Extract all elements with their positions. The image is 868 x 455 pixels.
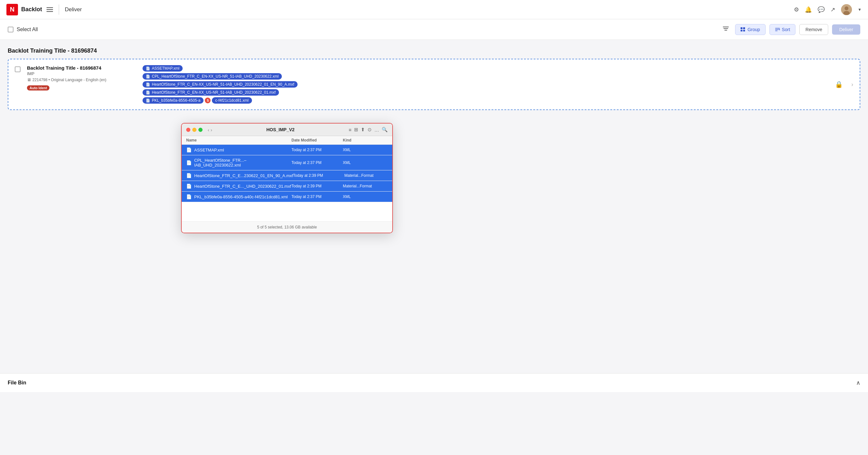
app-logo: N bbox=[6, 4, 18, 15]
finder-controls: ≡ ⊞ ⬆ ⊙ … 🔍 bbox=[349, 127, 388, 132]
finder-date: Today at 2:37 PM bbox=[291, 160, 343, 165]
finder-table-header: Name Date Modified Kind bbox=[182, 136, 392, 145]
gear-icon[interactable]: ⚙ bbox=[794, 6, 799, 13]
file-icon: 📄 bbox=[186, 160, 192, 165]
avatar-chevron[interactable]: ▼ bbox=[858, 7, 862, 12]
col-kind: Kind bbox=[343, 138, 388, 142]
header-divider bbox=[59, 4, 59, 15]
finder-date: Today at 2:37 PM bbox=[291, 148, 343, 152]
card-title: Backlot Training Title - 81696874 bbox=[27, 65, 136, 71]
finder-titlebar: ‹ › HOS_IMP_V2 ≡ ⊞ ⬆ ⊙ … 🔍 bbox=[182, 124, 392, 136]
finder-kind: XML bbox=[343, 148, 388, 152]
file-tag-mxf1: 📄 HeartOfStone_FTR_C_EN-XX_US-NR_51-IAB_… bbox=[143, 81, 298, 88]
maximize-button[interactable] bbox=[198, 128, 203, 132]
pkl-row: 📄 PKL_b35bfe0a-8556-4505-a 5 c-f4f21c1dc… bbox=[143, 97, 853, 104]
file-icon: 📄 bbox=[186, 147, 192, 153]
auto-ident-badge: Auto Ident bbox=[27, 85, 50, 91]
search-button[interactable]: 🔍 bbox=[382, 127, 388, 132]
header-section: Deliver bbox=[65, 6, 82, 13]
close-button[interactable] bbox=[186, 128, 190, 132]
back-button[interactable]: ‹ bbox=[208, 127, 209, 132]
finder-kind: XML bbox=[343, 194, 388, 199]
header-right: ⚙ 🔔 💬 ↗ ▼ bbox=[794, 4, 862, 15]
toolbar-right: Group Sort Remove Deliver bbox=[720, 24, 860, 35]
svg-rect-9 bbox=[743, 30, 745, 31]
card-checkbox[interactable] bbox=[15, 66, 21, 72]
finder-file-name: 📄 HeartOfStone_FTR_C_E..._UHD_20230622_0… bbox=[186, 184, 291, 189]
app-header: N Backlot Deliver ⚙ 🔔 💬 ↗ ▼ bbox=[0, 0, 868, 19]
lock-icon: 🔒 bbox=[835, 80, 843, 88]
share-button[interactable]: ⬆ bbox=[361, 127, 365, 132]
select-all-label: Select All bbox=[17, 27, 38, 32]
file-icon: 📄 bbox=[146, 98, 150, 103]
card-meta: 🖥 2214798 • Original Language - English … bbox=[27, 77, 136, 82]
filter-button[interactable] bbox=[720, 24, 731, 35]
col-date: Date Modified bbox=[291, 138, 343, 142]
svg-rect-7 bbox=[743, 27, 745, 29]
deliver-button[interactable]: Deliver bbox=[832, 24, 860, 35]
finder-kind: Material...Format bbox=[344, 173, 390, 178]
file-icon: 📄 bbox=[146, 66, 150, 71]
pkl-count-badge: 5 bbox=[205, 98, 211, 103]
file-icon: 📄 bbox=[186, 173, 192, 178]
avatar[interactable] bbox=[841, 4, 852, 15]
finder-row[interactable]: 📄 CPL_HeartOfStone_FTR...–IAB_UHD_202306… bbox=[182, 155, 392, 170]
finder-file-name: 📄 PKL_b35bfe0a-8556-4505-a40c-f4f21c1dcd… bbox=[186, 194, 291, 199]
finder-date: Today at 2:37 PM bbox=[291, 194, 343, 199]
hamburger-menu[interactable] bbox=[46, 7, 53, 12]
sort-button[interactable]: Sort bbox=[770, 24, 796, 35]
file-bin: File Bin ∧ bbox=[0, 373, 868, 392]
minimize-button[interactable] bbox=[192, 128, 196, 132]
file-bin-title: File Bin bbox=[8, 380, 26, 386]
finder-window: ‹ › HOS_IMP_V2 ≡ ⊞ ⬆ ⊙ … 🔍 Name Date Mod… bbox=[181, 123, 393, 233]
monitor-icon: 🖥 bbox=[27, 77, 31, 82]
finder-kind: XML bbox=[343, 160, 388, 165]
finder-title: HOS_IMP_V2 bbox=[267, 127, 295, 132]
traffic-lights bbox=[186, 128, 203, 132]
asset-card: Backlot Training Title - 81696874 IMP 🖥 … bbox=[8, 59, 860, 110]
finder-nav: ‹ › bbox=[208, 127, 212, 132]
list-view-button[interactable]: ≡ bbox=[349, 127, 351, 132]
file-icon: 📄 bbox=[146, 74, 150, 78]
card-type: IMP bbox=[27, 71, 136, 76]
finder-row[interactable]: 📄 HeartOfStone_FTR_C_E...230622_01_EN_90… bbox=[182, 170, 392, 181]
select-all-wrap[interactable]: Select All bbox=[8, 27, 38, 32]
grid-view-button[interactable]: ⊞ bbox=[354, 127, 358, 132]
finder-date: Today at 2:39 PM bbox=[293, 173, 344, 178]
file-tag-assetmap: 📄 ASSETMAP.xml bbox=[143, 65, 183, 71]
finder-footer: 5 of 5 selected, 13.06 GB available bbox=[182, 221, 392, 233]
col-name: Name bbox=[186, 138, 291, 142]
finder-file-name: 📄 CPL_HeartOfStone_FTR...–IAB_UHD_202306… bbox=[186, 158, 291, 167]
file-tag-pkl: 📄 PKL_b35bfe0a-8556-4505-a bbox=[143, 97, 204, 104]
section-title: Backlot Training Title - 81696874 bbox=[8, 47, 860, 54]
file-icon: 📄 bbox=[146, 91, 150, 95]
file-tag-pkl-suffix: c-f4f21c1dcd81.xml bbox=[212, 97, 252, 104]
file-tag-mxf2: 📄 HeartOfStone_FTR_C_EN-XX_US-NR_51-IAB_… bbox=[143, 89, 279, 96]
main-content: Backlot Training Title - 81696874 Backlo… bbox=[0, 40, 868, 219]
remove-button[interactable]: Remove bbox=[799, 24, 828, 35]
group-button[interactable]: Group bbox=[735, 24, 766, 35]
finder-row[interactable]: 📄 HeartOfStone_FTR_C_E..._UHD_20230622_0… bbox=[182, 181, 392, 192]
sort-label: Sort bbox=[782, 27, 790, 32]
group-label: Group bbox=[748, 27, 760, 32]
collapse-button[interactable]: ∧ bbox=[856, 379, 860, 386]
svg-point-1 bbox=[844, 6, 848, 10]
file-icon: 📄 bbox=[186, 194, 192, 199]
file-tag-cpl: 📄 CPL_HeartOfStone_FTR_C_EN-XX_US-NR_51-… bbox=[143, 73, 282, 79]
external-link-icon[interactable]: ↗ bbox=[831, 6, 835, 13]
select-all-checkbox[interactable] bbox=[8, 27, 13, 32]
card-files: 📄 ASSETMAP.xml 📄 CPL_HeartOfStone_FTR_C_… bbox=[143, 65, 853, 104]
chat-icon[interactable]: 💬 bbox=[817, 6, 825, 13]
bell-icon[interactable]: 🔔 bbox=[805, 6, 812, 13]
app-brand: Backlot bbox=[21, 6, 42, 13]
finder-date: Today at 2:39 PM bbox=[291, 184, 343, 188]
more-button[interactable]: … bbox=[374, 127, 379, 132]
finder-row[interactable]: 📄 ASSETMAP.xml Today at 2:37 PM XML bbox=[182, 145, 392, 155]
tag-button[interactable]: ⊙ bbox=[368, 127, 372, 132]
forward-button[interactable]: › bbox=[211, 127, 212, 132]
expand-arrow[interactable]: › bbox=[851, 81, 853, 88]
content-area: Backlot Training Title - 81696874 IMP 🖥 … bbox=[8, 59, 860, 219]
card-info: Backlot Training Title - 81696874 IMP 🖥 … bbox=[27, 65, 136, 91]
finder-row[interactable]: 📄 PKL_b35bfe0a-8556-4505-a40c-f4f21c1dcd… bbox=[182, 192, 392, 202]
toolbar: Select All Group bbox=[0, 19, 868, 40]
